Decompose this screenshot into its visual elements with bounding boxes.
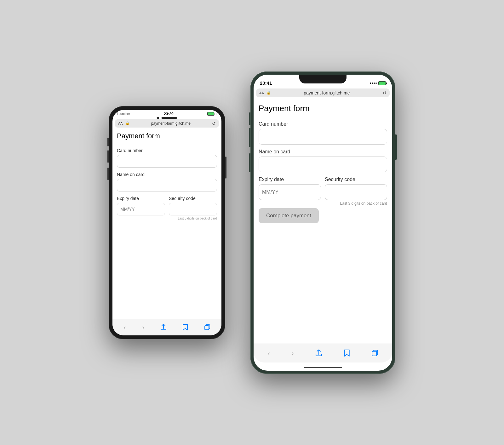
phone2-forward-button[interactable]: › (290, 348, 295, 358)
phone2: 20:41 AA 🔒 payment-form.glitch.me ↺ Paym… (250, 71, 395, 374)
phone1-card-number-label: Card number (117, 148, 217, 153)
phone1-title-divider (117, 143, 217, 143)
phone1-bookmarks-button[interactable] (181, 323, 189, 332)
phone1-screen: Launcher 23:39 + AA 🔒 payment-form.glitc… (112, 110, 221, 335)
phone1-expiry-group: Expiry date (117, 196, 165, 220)
phone1-forward-button[interactable]: › (141, 322, 146, 332)
signal-dot-4 (375, 83, 377, 84)
phone1-security-hint: Last 3 digits on back of card (169, 217, 217, 220)
phone2-power-button (395, 134, 397, 160)
phone2-pay-group: Complete payment (259, 206, 387, 223)
lock-icon: 🔒 (125, 121, 130, 125)
phone1-expiry-label: Expiry date (117, 196, 165, 201)
phone1-name-input[interactable] (117, 179, 217, 191)
phone2-address-bar[interactable]: AA 🔒 payment-form.glitch.me ↺ (256, 88, 390, 97)
phone1-top-hardware (157, 117, 177, 119)
complete-payment-button[interactable]: Complete payment (259, 208, 319, 223)
phone1-card-number-input[interactable] (117, 155, 217, 168)
phone2-security-group: Security code Last 3 digits on back of c… (325, 177, 387, 206)
phone2-expiry-label: Expiry date (259, 177, 321, 182)
phone2-time: 20:41 (260, 80, 272, 86)
phone2-camera (311, 80, 314, 83)
phone2-home-indicator (304, 367, 342, 368)
phone2-address-aa-label[interactable]: AA (259, 91, 264, 95)
phone1-speaker (162, 117, 177, 119)
battery-icon (207, 112, 214, 116)
phone2-back-button[interactable]: ‹ (266, 348, 271, 358)
phone2-tabs-button[interactable] (370, 349, 379, 357)
phone2-camera-module (311, 80, 335, 83)
phone2-url[interactable]: payment-form.glitch.me (273, 90, 380, 95)
signal-dot-2 (372, 83, 373, 84)
tabs-icon (372, 350, 378, 356)
phone1-url[interactable]: payment-form.glitch.me (132, 121, 209, 126)
phone2-security-label: Security code (325, 177, 387, 182)
bookmarks-icon (344, 350, 350, 357)
phone1-power-button (225, 157, 226, 179)
phone2-volume-up-button (249, 128, 250, 147)
phone1-volume-down-button (107, 168, 109, 180)
signal-dot-3 (374, 83, 375, 84)
signal-dots (370, 83, 377, 84)
phone2-status-icons (370, 81, 386, 85)
svg-rect-1 (372, 351, 376, 356)
phone2-reload-icon[interactable]: ↺ (383, 90, 387, 95)
address-aa-label[interactable]: AA (118, 122, 123, 125)
battery-icon (378, 81, 386, 85)
share-icon (316, 350, 322, 357)
phone2-title-divider (259, 116, 387, 116)
phone1-mute-button (107, 138, 109, 146)
phone2-page-title: Payment form (259, 104, 387, 113)
phone1-expiry-input[interactable] (117, 203, 165, 215)
phone2-notch (299, 75, 346, 83)
svg-rect-0 (205, 326, 209, 330)
phone2-expiry-input[interactable] (259, 184, 321, 200)
phone1-browser-content: Payment form Card number Name on card Ex… (112, 129, 221, 326)
battery-charging-icon: + (215, 112, 217, 116)
phone1-time: 23:39 (164, 112, 174, 116)
phone1-carrier: Launcher (117, 112, 130, 116)
phone1-security-label: Security code (169, 196, 217, 201)
phone1-back-button[interactable]: ‹ (123, 322, 127, 332)
phone1: Launcher 23:39 + AA 🔒 payment-form.glitc… (109, 106, 225, 339)
reload-icon[interactable]: ↺ (212, 121, 216, 126)
phone1-share-button[interactable] (159, 323, 168, 332)
phone2-mute-button (249, 112, 250, 125)
phone2-name-group: Name on card (259, 149, 387, 172)
phone2-security-input[interactable] (325, 184, 387, 200)
phone1-camera (157, 117, 159, 119)
phone2-security-hint: Last 3 digits on back of card (325, 201, 387, 206)
phone1-tabs-button[interactable] (203, 323, 211, 331)
phone2-share-button[interactable] (314, 348, 323, 358)
phone1-safari-toolbar: ‹ › (112, 319, 221, 335)
phone1-card-number-group: Card number (117, 148, 217, 168)
share-icon (161, 324, 166, 330)
tabs-icon (204, 324, 210, 330)
phone2-browser-content: Payment form Card number Name on card Ex… (254, 99, 392, 361)
phone2-card-number-group: Card number (259, 121, 387, 145)
phone2-card-number-label: Card number (259, 121, 387, 127)
phone2-lock-icon: 🔒 (266, 91, 271, 95)
phone2-name-label: Name on card (259, 149, 387, 155)
phone2-bottom-row: Expiry date Security code Last 3 digits … (259, 177, 387, 206)
phone1-page-title: Payment form (117, 132, 217, 140)
phone2-speaker (316, 81, 335, 83)
phone1-security-group: Security code Last 3 digits on back of c… (169, 196, 217, 220)
phone1-volume-up-button (107, 150, 109, 163)
phone2-name-input[interactable] (259, 157, 387, 172)
phone2-card-number-input[interactable] (259, 129, 387, 145)
bookmarks-icon (182, 324, 188, 330)
phone1-bottom-row: Expiry date Security code Last 3 digits … (117, 196, 217, 220)
phone1-status-icons: + (207, 112, 217, 116)
phone1-security-input[interactable] (169, 203, 217, 215)
phone1-address-bar[interactable]: AA 🔒 payment-form.glitch.me ↺ (115, 119, 219, 128)
phone2-safari-toolbar: ‹ › (254, 344, 392, 362)
phone1-name-group: Name on card (117, 172, 217, 191)
phone2-bookmarks-button[interactable] (342, 348, 351, 358)
phone2-screen: 20:41 AA 🔒 payment-form.glitch.me ↺ Paym… (254, 75, 392, 371)
signal-dot-1 (370, 83, 371, 84)
phone1-name-label: Name on card (117, 172, 217, 177)
phone2-expiry-group: Expiry date (259, 177, 321, 206)
phone2-volume-down-button (249, 153, 250, 172)
